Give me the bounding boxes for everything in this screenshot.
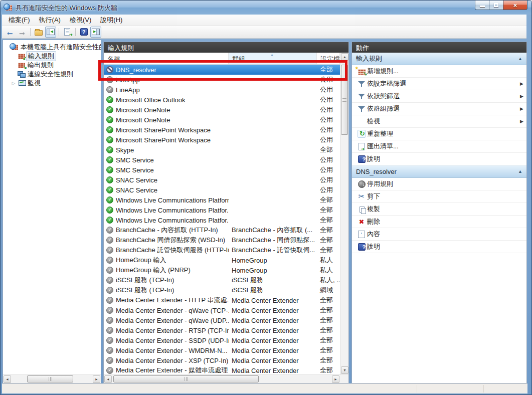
rule-row[interactable]: DNS_resolver 全部: [104, 65, 340, 75]
menu-item[interactable]: 說明(H): [96, 15, 127, 26]
rule-row[interactable]: HomeGroup 輸入 (PNRP) HomeGroup 私人: [104, 265, 340, 275]
action-item[interactable]: 說明 ▶: [352, 153, 526, 165]
rule-group: Media Center Extender: [229, 357, 317, 364]
rule-row[interactable]: SNAC Service 公用: [104, 175, 340, 185]
export-list-button[interactable]: [62, 27, 73, 38]
action-item[interactable]: 複製 ▶: [352, 203, 526, 216]
properties-icon: [358, 231, 365, 238]
rule-row[interactable]: Windows Live Communications Platfor... 全…: [104, 205, 340, 215]
action-item[interactable]: 說明 ▶: [352, 241, 526, 253]
column-header-group[interactable]: ▲ 群組: [229, 53, 317, 64]
rule-row[interactable]: iSCSI 服務 (TCP-In) iSCSI 服務 私人, ...: [104, 275, 340, 285]
rule-row[interactable]: Windows Live Communications Platform 全部: [104, 195, 340, 205]
help-icon: [80, 28, 88, 36]
scroll-right-icon[interactable]: ►: [93, 375, 100, 383]
rule-row[interactable]: Microsoft SharePoint Workspace 公用: [104, 135, 340, 145]
list-vertical-scrollbar[interactable]: ▲ ▼: [340, 53, 348, 374]
rule-row[interactable]: Media Center Extender - RTSP (TCP-In) Me…: [104, 325, 340, 335]
restore-button[interactable]: [489, 1, 503, 10]
column-header-profile[interactable]: 設定檔: [317, 53, 340, 64]
title-bar[interactable]: 具有進階安全性的 Windows 防火牆 ×: [1, 1, 531, 15]
scrollbar-thumb[interactable]: [341, 65, 348, 135]
tree-node[interactable]: 輸入規則: [3, 52, 101, 61]
rule-row[interactable]: SMC Service 公用: [104, 165, 340, 175]
list-horizontal-scrollbar[interactable]: ◄ ►: [104, 374, 348, 383]
tree-root-node[interactable]: 本機電腦上具有進階安全性的 Windows 防火牆: [3, 43, 101, 52]
rule-row[interactable]: Microsoft OneNote 公用: [104, 115, 340, 125]
scroll-left-icon[interactable]: ◄: [4, 375, 11, 383]
menu-item[interactable]: 檢視(V): [65, 15, 96, 26]
rule-profile: 全部: [317, 366, 340, 374]
rule-row[interactable]: Media Center Extender - HTTP 串流處... Medi…: [104, 295, 340, 305]
rule-state-icon: [106, 367, 113, 374]
scrollbar-thumb[interactable]: [27, 375, 73, 382]
disable-rule-icon: [358, 180, 366, 188]
scroll-down-icon[interactable]: ▼: [341, 366, 348, 374]
rule-state-icon: [106, 146, 113, 153]
rule-row[interactable]: Media Center Extender - SSDP (UDP-In) Me…: [104, 335, 340, 345]
action-section-dns-resolver[interactable]: DNS_resolver ▲: [352, 165, 526, 178]
tree-node[interactable]: 輸出規則: [3, 61, 101, 70]
rule-state-icon: [106, 136, 113, 143]
action-item[interactable]: 內容 ▶: [352, 228, 526, 241]
rule-row[interactable]: Media Center Extender - 媒體串流處理 Media Cen…: [104, 365, 340, 374]
rule-state-icon: [106, 217, 113, 224]
rule-row[interactable]: Media Center Extender - qWave (UDP... Me…: [104, 315, 340, 325]
minimize-button[interactable]: [475, 1, 489, 10]
rule-row[interactable]: Microsoft Office Outlook 公用: [104, 95, 340, 105]
rule-row[interactable]: Media Center Extender - XSP (TCP-In) Med…: [104, 355, 340, 365]
action-label: 複製: [367, 205, 380, 214]
action-item[interactable]: 停用規則 ▶: [352, 178, 526, 190]
rule-row[interactable]: BranchCache - 內容抓取 (HTTP-In) BranchCache…: [104, 225, 340, 235]
scroll-left-icon[interactable]: ◄: [104, 375, 112, 383]
rule-state-icon: [106, 66, 113, 73]
column-header-name[interactable]: 名稱: [104, 53, 229, 64]
rule-profile: 公用: [317, 115, 340, 124]
show-action-pane-button[interactable]: [90, 27, 101, 38]
menu-item[interactable]: 檔案(F): [4, 15, 35, 26]
tree-horizontal-scrollbar[interactable]: ◄ ►: [3, 374, 101, 383]
action-item[interactable]: 重新整理 ▶: [352, 128, 526, 140]
rule-row[interactable]: Windows Live Communications Platfor... 全…: [104, 215, 340, 225]
rule-row[interactable]: HomeGroup 輸入 HomeGroup 私人: [104, 255, 340, 265]
rule-name: HomeGroup 輸入 (PNRP): [116, 266, 191, 275]
action-item[interactable]: 匯出清單... ▶: [352, 140, 526, 153]
rule-row[interactable]: Media Center Extender - qWave (TCP-... M…: [104, 305, 340, 315]
menu-item[interactable]: 執行(A): [35, 15, 65, 26]
rule-row[interactable]: Media Center Extender - WMDRM-N... Media…: [104, 345, 340, 355]
action-label: 依群組篩選: [367, 104, 400, 113]
rule-profile: 公用: [317, 75, 340, 84]
back-button[interactable]: ←: [5, 27, 16, 38]
cut-icon: [359, 192, 365, 201]
rule-row[interactable]: Skype 全部: [104, 145, 340, 155]
rule-row[interactable]: BranchCache 託管快取伺服器 (HTTP-In) BranchCach…: [104, 245, 340, 255]
action-item[interactable]: 新增規則... ▶: [352, 65, 526, 78]
action-item[interactable]: 依設定檔篩選 ▶: [352, 78, 526, 90]
firewall-app-icon: [6, 5, 12, 11]
close-button[interactable]: ×: [503, 1, 527, 10]
tree-node[interactable]: 連線安全性規則: [3, 70, 101, 79]
rule-row[interactable]: BranchCache 同儕節點探索 (WSD-In) BranchCache …: [104, 235, 340, 245]
action-item[interactable]: 剪下 ▶: [352, 190, 526, 203]
tree-node[interactable]: ▷ 監視: [3, 79, 101, 88]
rule-row[interactable]: Microsoft OneNote 公用: [104, 105, 340, 115]
action-item[interactable]: 依群組篩選 ▶: [352, 103, 526, 115]
action-item[interactable]: 依狀態篩選 ▶: [352, 90, 526, 103]
scroll-up-icon[interactable]: ▲: [341, 53, 348, 61]
scroll-right-icon[interactable]: ►: [332, 375, 339, 383]
rule-group: iSCSI 服務: [229, 276, 317, 285]
show-console-tree-button[interactable]: [45, 27, 56, 38]
rule-row[interactable]: SMC Service 公用: [104, 155, 340, 165]
scrollbar-thumb[interactable]: [113, 375, 259, 382]
action-section-inbound-rules[interactable]: 輸入規則 ▲: [352, 53, 526, 65]
forward-button[interactable]: →: [17, 27, 28, 38]
action-item[interactable]: 刪除 ▶: [352, 216, 526, 228]
open-folder-button[interactable]: [33, 27, 44, 38]
action-item[interactable]: 檢視 ▶: [352, 115, 526, 128]
rule-row[interactable]: iSCSI 服務 (TCP-In) iSCSI 服務 網域: [104, 285, 340, 295]
help-button[interactable]: [78, 27, 89, 38]
rule-row[interactable]: Microsoft SharePoint Workspace 公用: [104, 125, 340, 135]
rule-row[interactable]: SNAC Service 公用: [104, 185, 340, 195]
rule-row[interactable]: LineApp 公用: [104, 75, 340, 85]
rule-row[interactable]: LineApp 公用: [104, 85, 340, 95]
